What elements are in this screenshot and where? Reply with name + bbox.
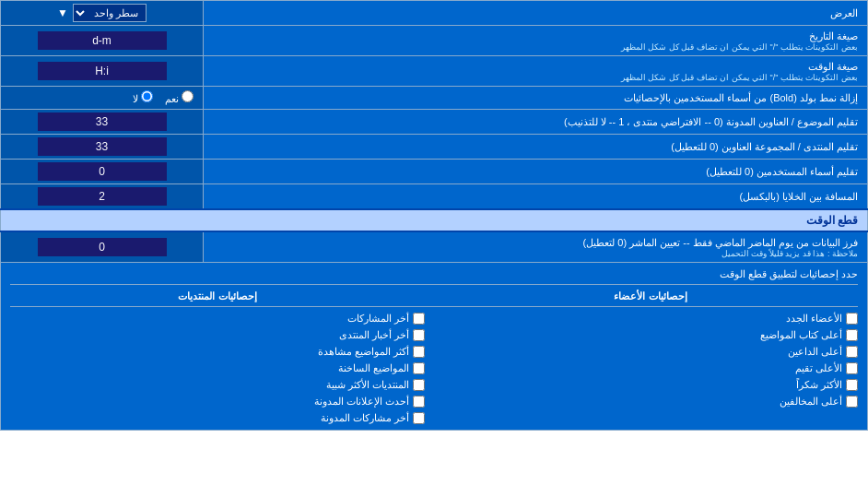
cells-gap-input[interactable]: 2 [38,187,167,206]
cells-gap-input-cell: 2 [1,184,204,210]
display-row: العرض سطر واحد سطرين ثلاثة أسطر ▼ [1,1,868,26]
users-sort-row: تقليم أسماء المستخدمين (0 للتعطيل) 0 [1,160,868,184]
users-sort-input[interactable]: 0 [38,162,167,181]
users-sort-input-cell: 0 [1,160,204,184]
display-input-cell: سطر واحد سطرين ثلاثة أسطر ▼ [1,1,204,26]
forum-sort-label: تقليم المنتدى / المجموعة العناوين (0 للت… [204,135,868,160]
checkboxes-row: حدد إحصائيات لتطبيق قطع الوقت إحصائيات ا… [1,263,868,431]
topics-sort-row: تقليم الموضوع / العناوين المدونة (0 -- ا… [1,110,868,135]
cb-most-viewed-label: أكثر المواضيع مشاهدة [318,346,409,358]
radio-no-label: لا [133,93,138,104]
col2-title: إحصائيات الأعضاء [443,290,858,302]
cb-similar-forums-label: المنتديات الأكثر شبية [326,379,409,391]
filter-row: فرز البيانات من يوم الماضر الماضي فقط --… [1,231,868,263]
cb-hot-topics[interactable]: المواضيع الساخنة [10,362,425,374]
time-format-input-cell: H:i [1,56,204,87]
cb-new-members[interactable]: الأعضاء الجدد [443,313,858,325]
cb-top-inviters-label: أعلى الداعين [788,346,842,358]
forums-checkbox-col: أخر المشاركات أخر أخبار المنتدى أكثر الم… [10,313,425,424]
topics-sort-input-cell: 33 [1,110,204,135]
date-format-row: صيغة التاريخ بعض التكوينات يتطلب "/" الت… [1,26,868,56]
cb-top-writers-input[interactable] [846,329,858,341]
remove-bold-label: إزالة نمط بولد (Bold) من أسماء المستخدمي… [204,87,868,110]
cb-last-news-label: أخر أخبار المنتدى [339,329,409,341]
col1-title: إحصائيات المنتديات [10,290,425,302]
settings-table: العرض سطر واحد سطرين ثلاثة أسطر ▼ صيغة ا… [0,0,868,431]
topics-sort-input[interactable]: 33 [38,112,167,131]
cb-top-inviters[interactable]: أعلى الداعين [443,346,858,358]
cb-top-violators[interactable]: أعلى المخالفين [443,396,858,408]
cells-gap-label: المسافة بين الخلايا (بالبكسل) [204,184,868,210]
cb-similar-forums-input[interactable] [413,379,425,391]
cb-top-violators-input[interactable] [846,396,858,408]
remove-bold-no-radio[interactable] [141,90,153,102]
users-sort-label: تقليم أسماء المستخدمين (0 للتعطيل) [204,160,868,184]
remove-bold-row: إزالة نمط بولد (Bold) من أسماء المستخدمي… [1,87,868,110]
dropdown-icon: ▼ [57,6,68,19]
remove-bold-yes-radio[interactable] [182,90,194,102]
checkboxes-grid: الأعضاء الجدد أعلى كتاب المواضيع أعلى ال… [10,313,858,424]
cb-top-violators-label: أعلى المخالفين [780,396,842,408]
cb-last-news[interactable]: أخر أخبار المنتدى [10,329,425,341]
radio-yes-label: نعم [165,93,179,104]
remove-bold-input-cell: نعم لا [1,87,204,110]
cb-last-blog-posts-label: أخر مشاركات المدونة [321,412,409,424]
filter-label: فرز البيانات من يوم الماضر الماضي فقط --… [204,231,868,263]
cb-most-thanks[interactable]: الأكثر شكراً [443,379,858,391]
cb-latest-announcements[interactable]: أحدث الإعلانات المدونة [10,396,425,408]
forum-sort-row: تقليم المنتدى / المجموعة العناوين (0 للت… [1,135,868,160]
lines-select[interactable]: سطر واحد سطرين ثلاثة أسطر [73,4,147,22]
cb-most-thanks-label: الأكثر شكراً [796,379,842,391]
cb-new-members-input[interactable] [846,313,858,325]
cb-top-inviters-input[interactable] [846,346,858,358]
cb-last-posts-input[interactable] [413,313,425,325]
display-label: العرض [204,1,868,26]
cb-last-posts[interactable]: أخر المشاركات [10,313,425,325]
realtime-section-header-row: قطع الوقت [1,209,868,231]
topics-sort-label: تقليم الموضوع / العناوين المدونة (0 -- ا… [204,110,868,135]
cb-similar-forums[interactable]: المنتديات الأكثر شبية [10,379,425,391]
checkboxes-cell: حدد إحصائيات لتطبيق قطع الوقت إحصائيات ا… [1,263,868,431]
time-format-input[interactable]: H:i [38,62,167,80]
time-format-label: صيغة الوقت بعض التكوينات يتطلب "/" التي … [204,56,868,87]
cells-gap-row: المسافة بين الخلايا (بالبكسل) 2 [1,184,868,210]
cb-hot-topics-input[interactable] [413,362,425,374]
forum-sort-input-cell: 33 [1,135,204,160]
time-format-row: صيغة الوقت بعض التكوينات يتطلب "/" التي … [1,56,868,87]
main-container: العرض سطر واحد سطرين ثلاثة أسطر ▼ صيغة ا… [0,0,868,431]
filter-input-cell: 0 [1,231,204,263]
limit-label: حدد إحصائيات لتطبيق قطع الوقت [720,268,858,279]
cb-top-writers[interactable]: أعلى كتاب المواضيع [443,329,858,341]
cb-top-rated-label: الأعلى تقيم [795,362,842,374]
cb-top-rated[interactable]: الأعلى تقيم [443,362,858,374]
date-format-input[interactable]: d-m [38,31,167,50]
cb-most-thanks-input[interactable] [846,379,858,391]
cb-new-members-label: الأعضاء الجدد [786,313,842,325]
realtime-section-title: قطع الوقت [1,209,868,231]
cb-last-blog-posts[interactable]: أخر مشاركات المدونة [10,412,425,424]
cb-last-news-input[interactable] [413,329,425,341]
cb-last-blog-posts-input[interactable] [413,412,425,424]
cb-last-posts-label: أخر المشاركات [347,313,409,325]
cb-most-viewed-input[interactable] [413,346,425,358]
cb-latest-announcements-label: أحدث الإعلانات المدونة [314,396,409,408]
forum-sort-input[interactable]: 33 [38,137,167,156]
date-format-label: صيغة التاريخ بعض التكوينات يتطلب "/" الت… [204,26,868,56]
cb-top-writers-label: أعلى كتاب المواضيع [760,329,842,341]
date-format-input-cell: d-m [1,26,204,56]
cb-top-rated-input[interactable] [846,362,858,374]
cb-most-viewed[interactable]: أكثر المواضيع مشاهدة [10,346,425,358]
cb-hot-topics-label: المواضيع الساخنة [338,362,409,374]
members-checkbox-col: الأعضاء الجدد أعلى كتاب المواضيع أعلى ال… [443,313,858,424]
cb-latest-announcements-input[interactable] [413,396,425,408]
filter-input[interactable]: 0 [38,238,167,256]
